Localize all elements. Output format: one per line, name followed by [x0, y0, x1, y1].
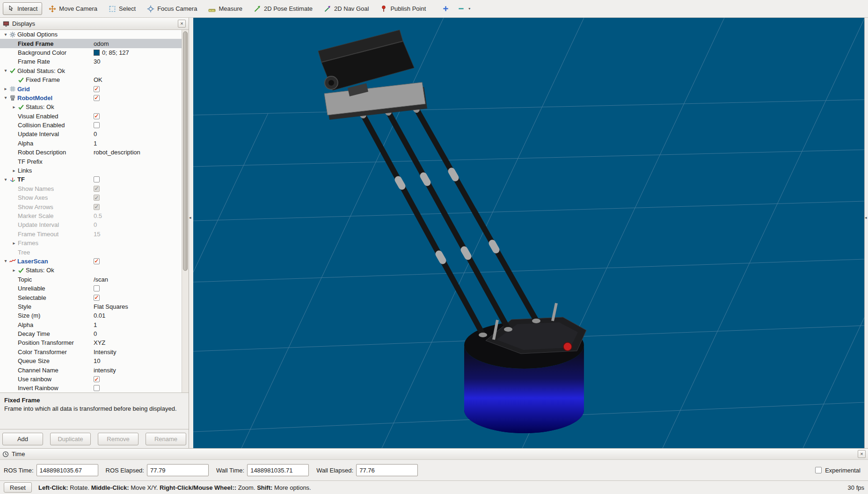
- property-value[interactable]: 1: [92, 140, 189, 147]
- property-value[interactable]: 1: [92, 321, 189, 328]
- remove-tool-button[interactable]: ▾: [454, 2, 474, 15]
- right-splitter-icon[interactable]: ◂: [865, 216, 867, 220]
- property-value[interactable]: ✓: [92, 113, 189, 119]
- expander-closed-icon[interactable]: ▸: [10, 241, 18, 246]
- property-value[interactable]: 0: [92, 330, 189, 337]
- property-value[interactable]: 10: [92, 357, 189, 364]
- add-tool-button[interactable]: [439, 2, 452, 15]
- time-field-input[interactable]: [356, 464, 418, 476]
- display-row-show-arrows[interactable]: Show Arrows✓: [0, 202, 189, 211]
- display-row-topic[interactable]: Topic/scan: [0, 275, 189, 284]
- scrollbar-thumb[interactable]: [183, 31, 188, 271]
- display-row-fixed-frame[interactable]: Fixed FrameOK: [0, 75, 189, 84]
- property-value[interactable]: 0: [92, 131, 189, 138]
- time-field-input[interactable]: [36, 464, 98, 476]
- displays-panel-header[interactable]: Displays ×: [0, 18, 189, 30]
- splitter-collapse-icon[interactable]: ◂: [189, 216, 191, 220]
- display-row-status-ok[interactable]: ▸Status: Ok: [0, 102, 189, 111]
- property-value[interactable]: [92, 285, 189, 291]
- checkbox-unchecked[interactable]: [94, 122, 100, 128]
- display-row-global-status-ok[interactable]: ▾Global Status: Ok: [0, 66, 189, 75]
- close-icon[interactable]: ×: [178, 20, 186, 28]
- property-value[interactable]: ✓: [92, 195, 189, 201]
- display-row-links[interactable]: ▸Links: [0, 166, 189, 175]
- right-splitter[interactable]: ◂: [864, 18, 868, 448]
- display-row-fixed-frame[interactable]: Fixed Frameodom: [0, 39, 189, 48]
- display-row-status-ok[interactable]: ▸Status: Ok: [0, 266, 189, 275]
- display-row-grid[interactable]: ▸Grid✓: [0, 84, 189, 93]
- checkbox-unchecked[interactable]: [94, 285, 100, 291]
- display-row-queue-size[interactable]: Queue Size10: [0, 356, 189, 365]
- display-row-update-interval[interactable]: Update Interval0: [0, 220, 189, 229]
- property-value[interactable]: ✓: [92, 376, 189, 382]
- expander-closed-icon[interactable]: ▸: [2, 87, 9, 91]
- time-panel-header[interactable]: Time ×: [0, 449, 868, 460]
- display-row-tf-prefix[interactable]: TF Prefix: [0, 157, 189, 166]
- property-value[interactable]: ✓: [92, 204, 189, 210]
- checkbox-checked[interactable]: ✓: [94, 258, 100, 264]
- display-row-alpha[interactable]: Alpha1: [0, 139, 189, 148]
- display-row-background-color[interactable]: Background Color0; 85; 127: [0, 48, 189, 57]
- display-row-show-axes[interactable]: Show Axes✓: [0, 193, 189, 202]
- property-value[interactable]: [92, 385, 189, 391]
- time-field-input[interactable]: [147, 464, 209, 476]
- display-row-frame-rate[interactable]: Frame Rate30: [0, 57, 189, 66]
- display-row-unreliable[interactable]: Unreliable: [0, 284, 189, 293]
- tool-select[interactable]: Select: [104, 2, 140, 15]
- rename-button[interactable]: Rename: [146, 433, 186, 445]
- panel-splitter[interactable]: ◂: [189, 18, 193, 448]
- expander-closed-icon[interactable]: ▸: [10, 268, 18, 273]
- display-row-collision-enabled[interactable]: Collision Enabled: [0, 121, 189, 130]
- property-value[interactable]: 0.01: [92, 312, 189, 319]
- expander-open-icon[interactable]: ▾: [2, 68, 9, 73]
- display-row-style[interactable]: StyleFlat Squares: [0, 302, 189, 311]
- scrollbar[interactable]: [182, 30, 189, 392]
- property-value[interactable]: 0: [92, 221, 189, 228]
- property-value[interactable]: XYZ: [92, 339, 189, 346]
- duplicate-button[interactable]: Duplicate: [50, 433, 91, 445]
- display-row-alpha[interactable]: Alpha1: [0, 320, 189, 329]
- remove-button[interactable]: Remove: [98, 433, 139, 445]
- checkbox-unchecked[interactable]: [94, 176, 100, 182]
- display-row-invert-rainbow[interactable]: Invert Rainbow: [0, 384, 189, 392]
- display-row-marker-scale[interactable]: Marker Scale0.5: [0, 211, 189, 220]
- experimental-checkbox[interactable]: [815, 467, 822, 473]
- add-button[interactable]: Add: [2, 433, 43, 445]
- display-row-size-m-[interactable]: Size (m)0.01: [0, 311, 189, 320]
- property-value[interactable]: Intensity: [92, 349, 189, 356]
- display-row-tf[interactable]: ▾TF: [0, 175, 189, 184]
- display-row-update-interval[interactable]: Update Interval0: [0, 130, 189, 138]
- tool-measure[interactable]: Measure: [204, 2, 247, 15]
- tool-interact[interactable]: Interact: [3, 2, 42, 15]
- display-row-frames[interactable]: ▸Frames: [0, 239, 189, 247]
- display-row-visual-enabled[interactable]: Visual Enabled✓: [0, 112, 189, 121]
- time-field-input[interactable]: [247, 464, 309, 476]
- display-row-global-options[interactable]: ▾Global Options: [0, 30, 189, 39]
- expander-closed-icon[interactable]: ▸: [10, 105, 18, 109]
- display-row-robot-description[interactable]: Robot Descriptionrobot_description: [0, 148, 189, 157]
- property-value[interactable]: ✓: [92, 86, 189, 92]
- checkbox-checked[interactable]: ✓: [94, 113, 100, 119]
- reset-button[interactable]: Reset: [4, 482, 32, 493]
- display-row-laserscan[interactable]: ▾LaserScan✓: [0, 257, 189, 266]
- property-value[interactable]: 0; 85; 127: [92, 49, 189, 56]
- property-value[interactable]: robot_description: [92, 149, 189, 156]
- property-value[interactable]: ✓: [92, 258, 189, 264]
- property-value[interactable]: intensity: [92, 367, 189, 374]
- expander-open-icon[interactable]: ▾: [2, 32, 9, 37]
- property-value[interactable]: odom: [92, 40, 189, 47]
- display-row-color-transformer[interactable]: Color TransformerIntensity: [0, 348, 189, 356]
- property-value[interactable]: 30: [92, 58, 189, 65]
- display-row-decay-time[interactable]: Decay Time0: [0, 329, 189, 338]
- checkbox-unchecked[interactable]: [94, 385, 100, 391]
- tool-pose-estimate[interactable]: 2D Pose Estimate: [249, 2, 317, 15]
- display-row-use-rainbow[interactable]: Use rainbow✓: [0, 375, 189, 384]
- tool-focus-camera[interactable]: Focus Camera: [142, 2, 202, 15]
- property-value[interactable]: [92, 176, 189, 182]
- expander-open-icon[interactable]: ▾: [2, 177, 9, 182]
- render-view[interactable]: [193, 18, 864, 448]
- close-icon[interactable]: ×: [858, 450, 866, 458]
- checkbox-checked[interactable]: ✓: [94, 95, 100, 101]
- checkbox-checked[interactable]: ✓: [94, 86, 100, 92]
- display-row-selectable[interactable]: Selectable✓: [0, 293, 189, 302]
